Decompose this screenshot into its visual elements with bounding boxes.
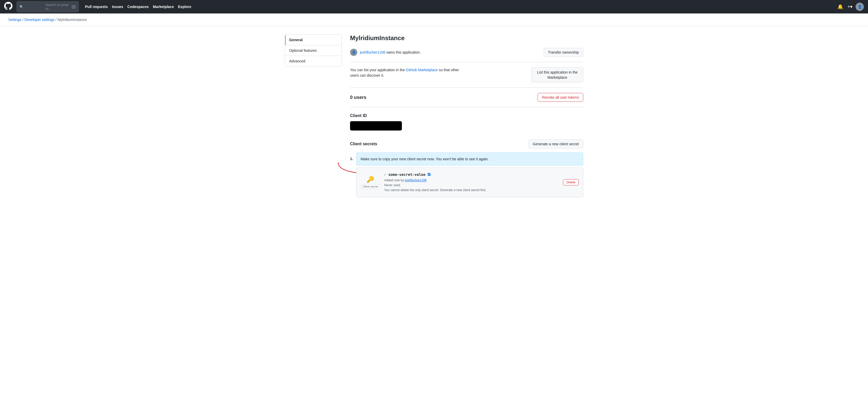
owner-row: 👤 joshfischer1108 owns this application.… bbox=[350, 48, 583, 57]
search-shortcut: / bbox=[71, 5, 76, 9]
users-count: 0 users bbox=[350, 95, 366, 100]
list-item: 1. Make sure to copy your new client sec… bbox=[350, 153, 583, 197]
secret-value-text: some-secret-value bbox=[389, 172, 426, 176]
client-id-value bbox=[350, 121, 402, 131]
client-id-label: Client ID bbox=[350, 114, 583, 118]
secret-icon-wrap: 🔑 Client secret bbox=[361, 176, 380, 189]
marketplace-text: You can list your application in the Git… bbox=[350, 67, 464, 78]
secret-warning: You cannot delete the only client secret… bbox=[384, 188, 486, 192]
page-title: MylridiumInstance bbox=[350, 34, 583, 42]
secret-block: Make sure to copy your new client secret… bbox=[356, 153, 583, 197]
copy-icon[interactable]: ⧉ bbox=[428, 172, 430, 177]
github-logo-icon[interactable] bbox=[4, 2, 12, 12]
nav-codespaces[interactable]: Codespaces bbox=[127, 5, 149, 9]
secret-meta: Added now by joshfischer1108 Never used … bbox=[384, 178, 579, 193]
client-secrets-label: Client secrets bbox=[350, 142, 377, 146]
client-secrets-header: Client secrets Generate a new client sec… bbox=[350, 139, 583, 149]
breadcrumb-current: MylridiumInstance bbox=[58, 18, 87, 22]
search-icon: 🔍 bbox=[20, 5, 43, 9]
secret-card: 🔑 Client secret ✓ some-secret-value ⧉ bbox=[356, 167, 583, 197]
alert-text: Make sure to copy your new client secret… bbox=[361, 157, 489, 161]
key-icon: 🔑 bbox=[366, 176, 374, 183]
list-marketplace-button[interactable]: List this application in theMarketplace bbox=[531, 67, 583, 82]
secret-icon-label: Client secret bbox=[361, 184, 380, 189]
owner-owns-text: owns this application. bbox=[386, 50, 421, 54]
avatar[interactable]: 👤 bbox=[856, 3, 864, 11]
secret-added-when: Added now by bbox=[384, 179, 404, 182]
users-row: 0 users Revoke all user tokens bbox=[350, 93, 583, 102]
nav-explore[interactable]: Explore bbox=[178, 5, 191, 9]
secret-added-by-link[interactable]: joshfischer1108 bbox=[405, 179, 427, 182]
divider-1 bbox=[350, 62, 583, 62]
marketplace-text-before: You can list your application in the bbox=[350, 68, 405, 72]
sidebar-item-optional-features[interactable]: Optional features bbox=[285, 45, 341, 56]
breadcrumb-settings-link[interactable]: Settings bbox=[8, 18, 22, 22]
sidebar: General Optional features Advanced bbox=[285, 34, 342, 410]
nav-issues[interactable]: Issues bbox=[112, 5, 123, 9]
marketplace-row: You can list your application in the Git… bbox=[350, 67, 583, 82]
owner-text: joshfischer1108 owns this application. bbox=[360, 50, 421, 54]
breadcrumb: Settings / Developer settings / Mylridiu… bbox=[0, 13, 868, 26]
secret-never-used: Never used bbox=[384, 183, 400, 187]
transfer-ownership-button[interactable]: Transfer ownership bbox=[544, 48, 583, 57]
main-content: MylridiumInstance 👤 joshfischer1108 owns… bbox=[350, 34, 583, 410]
owner-avatar: 👤 bbox=[350, 49, 357, 56]
delete-secret-button[interactable]: Delete bbox=[563, 179, 579, 185]
nav-links: Pull requests Issues Codespaces Marketpl… bbox=[85, 5, 191, 9]
check-icon: ✓ bbox=[384, 172, 386, 176]
secret-value-row: ✓ some-secret-value ⧉ bbox=[384, 172, 579, 177]
create-button[interactable]: +▾ bbox=[846, 3, 854, 11]
breadcrumb-separator-2: / bbox=[56, 18, 58, 22]
search-box[interactable]: 🔍 Search or jump to... / bbox=[17, 1, 79, 12]
nav-marketplace[interactable]: Marketplace bbox=[153, 5, 174, 9]
secret-details: ✓ some-secret-value ⧉ Added now by joshf… bbox=[384, 172, 579, 193]
notifications-button[interactable]: 🔔 bbox=[836, 3, 844, 11]
sidebar-item-advanced[interactable]: Advanced bbox=[285, 56, 341, 66]
sidebar-nav: General Optional features Advanced bbox=[285, 34, 342, 67]
client-secrets-list: 1. Make sure to copy your new client sec… bbox=[350, 153, 583, 197]
revoke-tokens-button[interactable]: Revoke all user tokens bbox=[538, 93, 583, 102]
owner-left: 👤 joshfischer1108 owns this application. bbox=[350, 49, 421, 56]
secret-alert: Make sure to copy your new client secret… bbox=[356, 153, 583, 165]
page-body: General Optional features Advanced Mylri… bbox=[279, 26, 589, 418]
sidebar-item-general[interactable]: General bbox=[285, 35, 341, 45]
breadcrumb-developer-settings-link[interactable]: Developer settings bbox=[24, 18, 54, 22]
owner-username-link[interactable]: joshfischer1108 bbox=[360, 50, 385, 54]
divider-2 bbox=[350, 88, 583, 88]
github-marketplace-link[interactable]: GitHub Marketplace bbox=[406, 68, 438, 72]
search-placeholder: Search or jump to... bbox=[45, 3, 70, 11]
arrow-annotation: 🔑 Client secret ✓ some-secret-value ⧉ bbox=[356, 167, 583, 197]
generate-secret-button[interactable]: Generate a new client secret bbox=[528, 139, 583, 149]
client-id-section: Client ID bbox=[350, 114, 583, 131]
list-number: 1. bbox=[350, 153, 353, 161]
topnav-right-section: 🔔 +▾ 👤 bbox=[836, 3, 864, 11]
top-navigation: 🔍 Search or jump to... / Pull requests I… bbox=[0, 0, 868, 13]
nav-pull-requests[interactable]: Pull requests bbox=[85, 5, 108, 9]
